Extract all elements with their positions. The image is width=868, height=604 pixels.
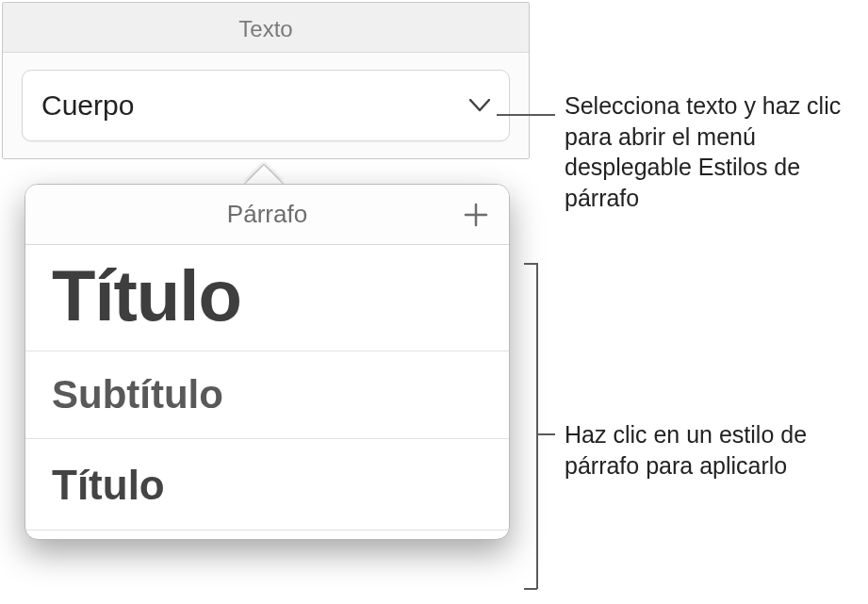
callout-open-menu: Selecciona texto y haz clic para abrir e… [565,90,866,213]
text-panel: Texto Cuerpo [2,2,530,159]
popover-pointer [245,165,283,184]
chevron-down-icon [469,99,490,112]
callout-leader [536,433,555,435]
paragraph-style-item[interactable]: Subtítulo [25,351,509,439]
paragraph-style-item[interactable]: Título [25,439,509,530]
popover-header: Párrafo [25,185,509,245]
dropdown-container: Cuerpo [3,53,529,158]
callout-apply-style: Haz clic en un estilo de párrafo para ap… [565,419,866,481]
panel-title: Texto [3,3,529,53]
callout-leader [524,263,537,265]
plus-icon [463,202,489,228]
paragraph-style-list: Título Subtítulo Título [25,245,509,530]
add-style-button[interactable] [460,199,492,231]
paragraph-style-item[interactable]: Título [25,245,509,351]
paragraph-styles-popover: Párrafo Título Subtítulo Título [25,184,510,540]
paragraph-style-dropdown[interactable]: Cuerpo [22,70,510,141]
callout-leader [497,114,555,116]
callout-leader [536,263,538,589]
dropdown-label: Cuerpo [41,90,134,122]
popover-header-title: Párrafo [227,200,307,228]
callout-leader [524,588,537,590]
list-continuation [25,530,509,539]
